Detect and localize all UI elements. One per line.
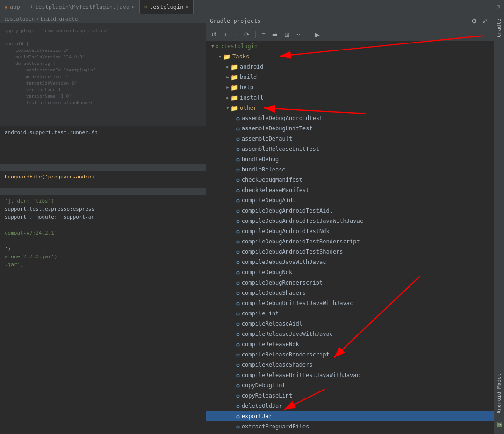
tab-testplugin-label: testplugin xyxy=(150,4,183,10)
task-compileDebugNdk[interactable]: ⚙ compileDebugNdk xyxy=(206,267,494,277)
code-espresso: support.test.espresso:espress xyxy=(5,205,201,213)
tab-testplugin-close[interactable]: ✕ xyxy=(186,4,188,9)
svg-point-5 xyxy=(500,424,501,425)
task-compileReleaseNdk[interactable]: ⚙ compileReleaseNdk xyxy=(206,339,494,349)
add-btn[interactable]: + xyxy=(221,30,230,39)
gradle-tools-bar: ↺ + − ⟳ ≡ ⇌ ⊞ ⋯ ▶ xyxy=(206,28,494,41)
install-arrow: ▶ xyxy=(225,95,230,100)
task-assembleDebugAndroidTest[interactable]: ⚙ assembleDebugAndroidTest xyxy=(206,113,494,123)
other-arrow: ▼ xyxy=(225,106,230,110)
task-assembleReleaseUnitTest[interactable]: ⚙ assembleReleaseUnitTest xyxy=(206,144,494,154)
tab-myplugin[interactable]: J testplugin\MyTestPlugin.java ✕ xyxy=(25,0,140,14)
task-icon-30: ⚙ xyxy=(236,413,240,420)
task-compileReleaseUnitTestJavaWithJavac[interactable]: ⚙ compileReleaseUnitTestJavaWithJavac xyxy=(206,370,494,380)
task-compileDebugShaders[interactable]: ⚙ compileDebugShaders xyxy=(206,288,494,298)
task-compileReleaseShaders[interactable]: ⚙ compileReleaseShaders xyxy=(206,360,494,370)
task-compileReleaseAidl[interactable]: ⚙ compileReleaseAidl xyxy=(206,319,494,329)
task-icon-20: ⚙ xyxy=(236,310,240,317)
code-support: support', module: 'support-an xyxy=(5,213,201,221)
task-label-16: compileDebugNdk xyxy=(242,269,292,276)
task-compileReleaseRenderscript[interactable]: ⚙ compileReleaseRenderscript xyxy=(206,349,494,360)
task-compileDebugAidl[interactable]: ⚙ compileDebugAidl xyxy=(206,195,494,206)
code-jar: .jar') xyxy=(5,261,201,269)
android-folder-icon: 📁 xyxy=(230,64,238,71)
task-compileDebugAndroidTestRenderscript[interactable]: ⚙ compileDebugAndroidTestRenderscript xyxy=(206,236,494,247)
task-icon-23: ⚙ xyxy=(236,341,240,348)
gradle-tab-icon: ⚙ xyxy=(144,4,147,9)
settings-btn[interactable]: ⚙ xyxy=(469,16,479,26)
expand-btn[interactable]: ⤢ xyxy=(481,16,490,26)
tree-android[interactable]: ▶ 📁 android xyxy=(206,62,494,72)
task-compileDebugAndroidTestShaders[interactable]: ⚙ compileDebugAndroidTestShaders xyxy=(206,247,494,257)
tree-content[interactable]: ▼ ⚙ :testplugin ▼ 📁 Tasks ▶ xyxy=(206,41,494,434)
task-label-11: compileDebugAndroidTestJavaWithJavac xyxy=(242,218,363,224)
task-checkDebugManifest[interactable]: ⚙ checkDebugManifest xyxy=(206,175,494,185)
tab-myplugin-close[interactable]: ✕ xyxy=(132,4,135,9)
task-compileDebugRenderscript[interactable]: ⚙ compileDebugRenderscript xyxy=(206,277,494,288)
task-bundleDebug[interactable]: ⚙ bundleDebug xyxy=(206,154,494,164)
task-icon-11: ⚙ xyxy=(236,218,240,225)
code-empty2 xyxy=(5,237,201,245)
task-exportJar[interactable]: ⚙ exportJar xyxy=(206,411,494,421)
task-bundleRelease[interactable]: ⚙ bundleRelease xyxy=(206,164,494,175)
tree-tasks[interactable]: ▼ 📁 Tasks xyxy=(206,51,494,62)
task-extractProguardFiles[interactable]: ⚙ extractProguardFiles xyxy=(206,421,494,432)
task-icon-2: ⚙ xyxy=(236,125,240,132)
task-checkReleaseManifest[interactable]: ⚙ checkReleaseManifest xyxy=(206,185,494,195)
help-arrow: ▶ xyxy=(225,85,230,90)
tree-help[interactable]: ▶ 📁 help xyxy=(206,82,494,92)
task-label-6: bundleRelease xyxy=(242,166,286,173)
task-assembleDefault[interactable]: ⚙ assembleDefault xyxy=(206,134,494,144)
refresh-btn[interactable]: ↺ xyxy=(209,30,219,39)
task-icon-19: ⚙ xyxy=(236,300,240,307)
sync-btn[interactable]: ⟳ xyxy=(242,30,252,39)
task-compileLint[interactable]: ⚙ compileLint xyxy=(206,308,494,319)
tasks-btn[interactable]: ≡ xyxy=(259,30,267,39)
code-bottom: '], dir: 'libs') support.test.espresso:e… xyxy=(0,195,206,271)
task-assembleDebugUnitTest[interactable]: ⚙ assembleDebugUnitTest xyxy=(206,123,494,134)
task-deleteOldJar[interactable]: ⚙ deleteOldJar xyxy=(206,401,494,411)
tab-app[interactable]: ◉ app xyxy=(0,0,25,14)
remove-btn[interactable]: − xyxy=(231,30,240,39)
task-label-14: compileDebugAndroidTestShaders xyxy=(242,249,343,255)
task-label-4: assembleReleaseUnitTest xyxy=(242,146,319,152)
tab-testplugin[interactable]: ⚙ testplugin ✕ xyxy=(140,0,194,14)
task-icon-31: ⚙ xyxy=(236,423,240,430)
tab-list-btn[interactable]: ⊞ xyxy=(497,3,500,10)
tasks-label: Tasks xyxy=(232,53,249,60)
run-btn[interactable]: ▶ xyxy=(312,30,322,39)
grid-btn[interactable]: ⊞ xyxy=(282,30,292,39)
svg-point-4 xyxy=(497,424,498,425)
tree-root[interactable]: ▼ ⚙ :testplugin xyxy=(206,41,494,51)
tree-install[interactable]: ▶ 📁 install xyxy=(206,92,494,103)
task-icon-8: ⚙ xyxy=(236,187,240,194)
task-compileDebugUnitTestJavaWithJavac[interactable]: ⚙ compileDebugUnitTestJavaWithJavac xyxy=(206,298,494,308)
task-icon-12: ⚙ xyxy=(236,228,240,235)
task-compileDebugAndroidTestAidl[interactable]: ⚙ compileDebugAndroidTestAidl xyxy=(206,206,494,216)
android-model-tab[interactable]: Android Model xyxy=(495,369,504,418)
task-compileDebugAndroidTestNdk[interactable]: ⚙ compileDebugAndroidTestNdk xyxy=(206,226,494,236)
tab-myplugin-label: testplugin\MyTestPlugin.java xyxy=(35,4,130,10)
task-label-3: assembleDefault xyxy=(242,135,292,142)
task-copyReleaseLint[interactable]: ⚙ copyReleaseLint xyxy=(206,391,494,401)
task-compileDebugJavaWithJavac[interactable]: ⚙ compileDebugJavaWithJavac xyxy=(206,257,494,267)
task-compileDebugAndroidTestJavaWithJavac[interactable]: ⚙ compileDebugAndroidTestJavaWithJavac xyxy=(206,216,494,226)
task-label-26: compileReleaseUnitTestJavaWithJavac xyxy=(242,372,360,378)
code-lower: ProguardFile('proguard-androi xyxy=(0,171,206,183)
android-icon-area xyxy=(496,420,503,429)
link-btn[interactable]: ⇌ xyxy=(270,30,280,39)
other-label: other xyxy=(240,105,257,111)
task-label-13: compileDebugAndroidTestRenderscript xyxy=(242,238,360,245)
tree-other[interactable]: ▼ 📁 other xyxy=(206,103,494,113)
task-label-28: copyReleaseLint xyxy=(242,392,292,399)
task-label-9: compileDebugAidl xyxy=(242,197,296,204)
task-icon-3: ⚙ xyxy=(236,135,240,142)
more-btn[interactable]: ⋯ xyxy=(294,30,305,39)
task-copyDebugLint[interactable]: ⚙ copyDebugLint xyxy=(206,380,494,391)
task-icon-25: ⚙ xyxy=(236,362,240,369)
task-compileReleaseJavaWithJavac[interactable]: ⚙ compileReleaseJavaWithJavac xyxy=(206,329,494,339)
tree-build[interactable]: ▶ 📁 build xyxy=(206,72,494,82)
tab-app-label: app xyxy=(10,4,20,10)
task-label-20: compileLint xyxy=(242,310,279,317)
gradle-vertical-tab[interactable]: Gradle xyxy=(495,14,504,42)
